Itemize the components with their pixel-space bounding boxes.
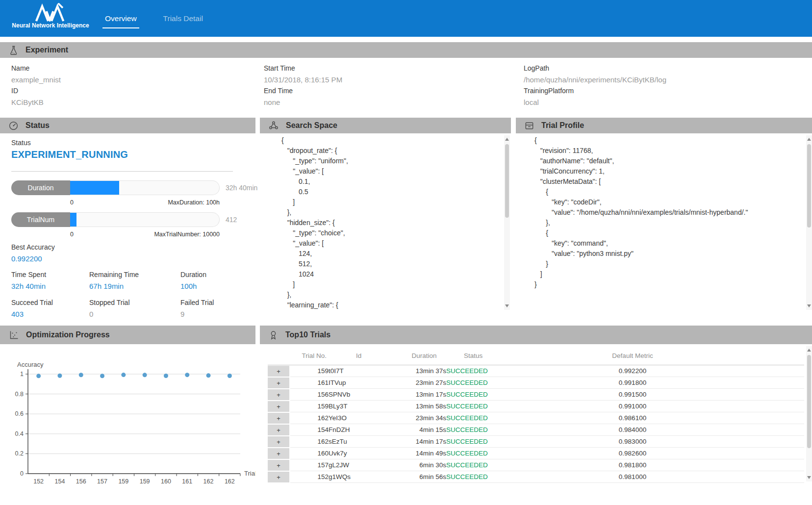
trialnum-min: 0	[70, 231, 74, 238]
experiment-field-start-time: Start Time 10/31/2018, 8:16:15 PM	[264, 64, 342, 84]
scroll-down-icon[interactable]	[807, 476, 811, 479]
top10-scrollbar[interactable]	[806, 346, 812, 481]
svg-text:152: 152	[33, 478, 44, 485]
field-label: ID	[11, 87, 44, 95]
scroll-down-icon[interactable]	[505, 304, 509, 307]
scroll-down-icon[interactable]	[807, 304, 811, 307]
status-cell: SUCCEEDED	[446, 471, 564, 483]
trial-id-cell: g1WQs	[329, 471, 402, 483]
status-section-header: Status	[0, 118, 255, 133]
top10-section-header: Top10 Trials	[260, 326, 812, 344]
nni-logo-icon	[34, 3, 67, 22]
expand-cell: +	[268, 459, 290, 471]
scatter-plot-icon	[8, 329, 19, 340]
scrollbar-thumb[interactable]	[807, 355, 811, 448]
best-accuracy-value: 0.992200	[11, 254, 42, 263]
stat-stopped-trial: Stopped Trial 0	[89, 299, 168, 318]
nni-brand: Neural Network Intelligence	[11, 1, 90, 29]
svg-text:159: 159	[140, 478, 150, 485]
scrollbar-thumb[interactable]	[807, 144, 811, 227]
filler-cell	[701, 436, 804, 448]
section-title-search-space: Search Space	[286, 121, 337, 130]
scroll-up-icon[interactable]	[807, 138, 811, 141]
trial-id-cell: Uvk7y	[329, 448, 402, 459]
svg-text:154: 154	[55, 478, 65, 485]
expand-trial-button[interactable]: +	[268, 448, 289, 459]
default-metric-cell: 0.983000	[564, 436, 701, 448]
table-row: +162sEzTu14min 17sSUCCEEDED0.983000	[268, 436, 804, 448]
experiment-field-end-time: End Time none	[264, 87, 293, 106]
filler-cell	[701, 424, 804, 436]
scroll-up-icon[interactable]	[505, 138, 509, 141]
expand-trial-button[interactable]: +	[268, 472, 289, 482]
search-space-scrollbar[interactable]	[504, 135, 510, 310]
expand-trial-button[interactable]: +	[268, 401, 289, 412]
expand-trial-button[interactable]: +	[268, 389, 289, 400]
expand-trial-button[interactable]: +	[268, 436, 289, 447]
medal-icon	[268, 330, 279, 340]
svg-text:Accuracy: Accuracy	[17, 361, 44, 368]
column-header-id: Id	[329, 344, 402, 365]
field-label: LogPath	[524, 64, 666, 72]
trial-no-cell: 159	[290, 365, 329, 377]
default-metric-cell: 0.984000	[564, 424, 701, 436]
field-value: 10/31/2018, 8:16:15 PM	[264, 76, 342, 84]
molecule-icon	[268, 120, 279, 131]
experiment-status-value: EXPERIMENT_RUNNING	[11, 149, 128, 160]
table-row: +157gL2JW6min 30sSUCCEEDED0.981800	[268, 459, 804, 471]
svg-text:162: 162	[225, 478, 235, 485]
trialnum-progress-label: TrialNum	[11, 212, 70, 227]
svg-text:159: 159	[118, 478, 128, 485]
expand-trial-button[interactable]: +	[268, 413, 289, 424]
table-row: +156SPNVb13min 17sSUCCEEDED0.991500	[268, 389, 804, 401]
svg-text:161: 161	[182, 478, 192, 485]
duration-progress-bar: Duration 32h 40min	[11, 180, 257, 195]
trial-no-cell: 157	[290, 459, 329, 471]
trialnum-progress-fill	[70, 213, 76, 227]
trial-id-cell: gL2JW	[329, 459, 402, 471]
trial-profile-scrollbar[interactable]	[806, 135, 812, 310]
filler-column-header	[701, 344, 804, 365]
expand-cell: +	[268, 424, 290, 436]
status-cell: SUCCEEDED	[446, 436, 564, 448]
expand-trial-button[interactable]: +	[268, 378, 289, 388]
expand-trial-button[interactable]: +	[268, 425, 289, 435]
duration-cell: 6min 30s	[402, 459, 446, 471]
tab-overview[interactable]: Overview	[104, 14, 138, 23]
expand-trial-button[interactable]: +	[268, 366, 289, 377]
duration-progress-value: 32h 40min	[226, 184, 257, 192]
table-row: +159BLy3T13min 58sSUCCEEDED0.991000	[268, 401, 804, 412]
stat-succeed-trial: Succeed Trial 403	[11, 299, 90, 318]
filler-cell	[701, 459, 804, 471]
expand-cell: +	[268, 471, 290, 483]
archive-box-icon	[524, 121, 534, 131]
svg-text:157: 157	[97, 478, 107, 485]
search-space-json: { "dropout_rate": { "_type": "uniform", …	[281, 135, 497, 310]
tab-trials-detail[interactable]: Trials Detail	[162, 14, 204, 23]
duration-progress-range: 0 MaxDuration: 100h	[70, 199, 220, 206]
status-cell: SUCCEEDED	[446, 412, 564, 424]
default-metric-cell: 0.982600	[564, 448, 701, 459]
duration-cell: 23min 34s	[402, 412, 446, 424]
scroll-up-icon[interactable]	[807, 349, 811, 352]
trial-profile-section-header: Trial Profile	[516, 118, 812, 133]
field-label: Name	[11, 64, 61, 72]
status-cell: SUCCEEDED	[446, 401, 564, 412]
trial-id-cell: sEzTu	[329, 436, 402, 448]
stat-duration: Duration 100h	[180, 271, 259, 290]
svg-text:0.8: 0.8	[15, 391, 24, 398]
top10-table-body: +159t0I7T13min 37sSUCCEEDED0.992200+161I…	[268, 365, 804, 483]
experiment-field-training-platform: TrainingPlatform local	[524, 87, 574, 106]
svg-text:162: 162	[203, 478, 214, 485]
expand-cell: +	[268, 448, 290, 459]
best-accuracy-label: Best Accuracy	[11, 243, 55, 251]
table-row: +154FnDZH4min 15sSUCCEEDED0.984000	[268, 424, 804, 436]
duration-cell: 4min 15s	[402, 424, 446, 436]
status-label: Status	[11, 139, 31, 147]
default-metric-cell: 0.991000	[564, 401, 701, 412]
optimization-section-header: Optimization Progress	[0, 326, 255, 344]
table-row: +160Uvk7y14min 49sSUCCEEDED0.982600	[268, 448, 804, 459]
scrollbar-thumb[interactable]	[505, 144, 509, 218]
status-cell: SUCCEEDED	[446, 389, 564, 401]
expand-trial-button[interactable]: +	[268, 460, 289, 471]
